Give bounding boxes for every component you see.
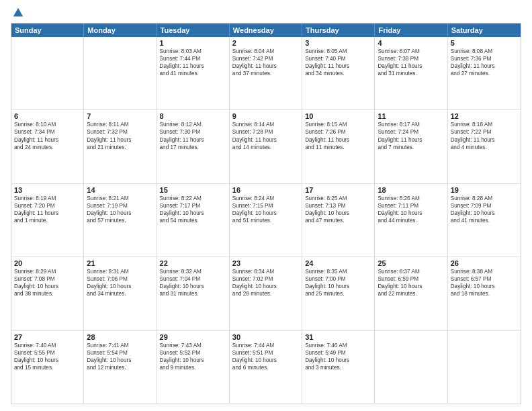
calendar: SundayMondayTuesdayWednesdayThursdayFrid… [11,23,521,404]
cell-line: Sunset: 7:20 PM [14,202,81,210]
cal-cell-27: 27Sunrise: 7:40 AMSunset: 5:55 PMDayligh… [11,331,84,404]
cell-line: and 41 minutes. [160,70,226,77]
cell-line: Sunrise: 8:03 AM [160,48,226,55]
day-number: 29 [160,333,226,341]
cell-line: Sunrise: 8:18 AM [451,121,518,128]
cal-cell-15: 15Sunrise: 8:22 AMSunset: 7:17 PMDayligh… [157,184,230,257]
cal-cell-21: 21Sunrise: 8:31 AMSunset: 7:06 PMDayligh… [84,257,157,330]
cell-line: Sunrise: 8:17 AM [378,121,444,128]
day-number: 2 [232,39,299,47]
cell-line: and 51 minutes. [232,217,299,224]
day-number: 22 [160,259,226,267]
cell-line: Daylight: 11 hours [451,136,518,144]
cell-line: Sunrise: 8:15 AM [305,121,371,128]
cell-line: Sunset: 7:44 PM [160,55,226,62]
cell-line: and 25 minutes. [305,290,371,298]
cal-week-3: 13Sunrise: 8:19 AMSunset: 7:20 PMDayligh… [11,184,521,257]
cell-line: Daylight: 10 hours [232,210,299,217]
day-number: 21 [87,259,153,267]
cal-cell-30: 30Sunrise: 7:44 AMSunset: 5:51 PMDayligh… [230,331,302,404]
cell-line: Daylight: 11 hours [451,62,518,70]
cell-line: and 34 minutes. [87,290,153,298]
day-number: 12 [451,112,518,120]
day-number: 25 [378,259,444,267]
cell-line: Sunrise: 7:43 AM [160,342,226,349]
cell-line: Sunset: 7:15 PM [232,202,299,210]
cal-cell-8: 8Sunrise: 8:12 AMSunset: 7:30 PMDaylight… [157,110,230,183]
cell-line: and 38 minutes. [14,290,81,298]
cell-line: and 31 minutes. [378,70,444,77]
day-number: 24 [305,259,371,267]
day-number: 13 [14,186,81,194]
cal-header-wednesday: Wednesday [230,24,302,37]
cell-line: and 44 minutes. [378,217,444,224]
cell-line: Daylight: 10 hours [378,283,444,290]
cell-line: Sunrise: 7:40 AM [14,342,81,349]
cal-cell-12: 12Sunrise: 8:18 AMSunset: 7:22 PMDayligh… [448,110,521,183]
cal-cell-31: 31Sunrise: 7:46 AMSunset: 5:49 PMDayligh… [302,331,375,404]
cell-line: and 14 minutes. [232,144,299,151]
logo-icon [12,7,24,19]
cell-line: Sunset: 7:02 PM [232,275,299,283]
cal-week-2: 6Sunrise: 8:10 AMSunset: 7:34 PMDaylight… [11,110,521,183]
cal-week-1: 1Sunrise: 8:03 AMSunset: 7:44 PMDaylight… [11,37,521,110]
page: SundayMondayTuesdayWednesdayThursdayFrid… [0,0,532,411]
cell-line: and 21 minutes. [87,144,153,151]
cell-line: Sunrise: 8:34 AM [232,268,299,275]
cell-line: and 12 minutes. [87,364,153,371]
cell-line: and 24 minutes. [14,144,81,151]
cal-cell-6: 6Sunrise: 8:10 AMSunset: 7:34 PMDaylight… [11,110,84,183]
cal-cell-empty-4-6 [448,331,521,404]
cell-line: Sunrise: 8:04 AM [232,48,299,55]
cal-header-friday: Friday [375,24,447,37]
cell-line: and 47 minutes. [305,217,371,224]
cal-cell-17: 17Sunrise: 8:25 AMSunset: 7:13 PMDayligh… [302,184,375,257]
day-number: 30 [232,333,299,341]
cell-line: Sunrise: 8:05 AM [305,48,371,55]
calendar-body: 1Sunrise: 8:03 AMSunset: 7:44 PMDaylight… [11,37,521,404]
cell-line: Daylight: 11 hours [87,136,153,144]
cell-line: Daylight: 11 hours [160,136,226,144]
cal-cell-28: 28Sunrise: 7:41 AMSunset: 5:54 PMDayligh… [84,331,157,404]
cell-line: Daylight: 11 hours [305,62,371,70]
cell-line: Daylight: 10 hours [232,357,299,364]
cell-line: and 54 minutes. [160,217,226,224]
cal-header-tuesday: Tuesday [157,24,230,37]
cal-cell-11: 11Sunrise: 8:17 AMSunset: 7:24 PMDayligh… [375,110,447,183]
cal-cell-5: 5Sunrise: 8:08 AMSunset: 7:36 PMDaylight… [448,37,521,109]
cell-line: Sunset: 7:09 PM [451,202,518,210]
cell-line: Sunrise: 8:29 AM [14,268,81,275]
day-number: 15 [160,186,226,194]
cell-line: and 3 minutes. [305,364,371,371]
cell-line: and 31 minutes. [160,290,226,298]
cell-line: Sunset: 5:54 PM [87,349,153,357]
cell-line: Daylight: 11 hours [232,136,299,144]
cell-line: Daylight: 11 hours [305,136,371,144]
day-number: 4 [378,39,444,47]
cell-line: Sunset: 7:19 PM [87,202,153,210]
cal-cell-26: 26Sunrise: 8:38 AMSunset: 6:57 PMDayligh… [448,257,521,330]
cell-line: Daylight: 10 hours [87,357,153,364]
cell-line: Daylight: 10 hours [14,357,81,364]
cell-line: Daylight: 10 hours [305,210,371,217]
cell-line: Daylight: 10 hours [378,210,444,217]
cal-cell-empty-4-5 [375,331,447,404]
cell-line: Daylight: 10 hours [160,357,226,364]
cell-line: Sunrise: 8:22 AM [160,195,226,202]
cell-line: Daylight: 10 hours [451,283,518,290]
day-number: 26 [451,259,518,267]
cell-line: Daylight: 11 hours [14,136,81,144]
cal-week-4: 20Sunrise: 8:29 AMSunset: 7:08 PMDayligh… [11,257,521,330]
day-number: 10 [305,112,371,120]
day-number: 16 [232,186,299,194]
cal-cell-25: 25Sunrise: 8:37 AMSunset: 6:59 PMDayligh… [375,257,447,330]
cell-line: Daylight: 10 hours [160,283,226,290]
cell-line: Sunrise: 8:35 AM [305,268,371,275]
cell-line: Sunset: 7:26 PM [305,128,371,136]
cal-cell-4: 4Sunrise: 8:07 AMSunset: 7:38 PMDaylight… [375,37,447,109]
logo-text [11,7,24,19]
cell-line: Sunrise: 7:44 AM [232,342,299,349]
day-number: 1 [160,39,226,47]
cell-line: Daylight: 10 hours [87,210,153,217]
cell-line: Sunrise: 8:10 AM [14,121,81,128]
